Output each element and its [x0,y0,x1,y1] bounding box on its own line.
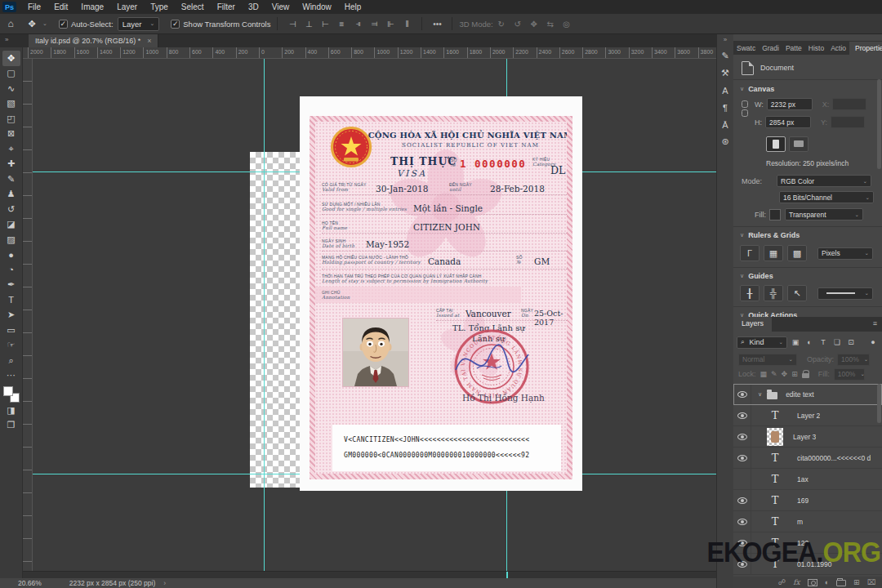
vertical-ruler[interactable] [23,59,33,571]
layer-name[interactable]: edite text [786,390,814,399]
color-swatches[interactable] [3,386,20,403]
lock-icon[interactable]: ✥ [782,370,788,378]
collapse-panels-icon[interactable]: » [724,36,727,43]
tool-button[interactable]: T [2,292,20,308]
opacity-field[interactable]: 100%⌄ [837,354,870,366]
fill-swatch[interactable] [769,209,781,220]
menu-item[interactable]: Filter [211,0,242,14]
tool-button[interactable]: ↺ [2,202,20,217]
align-icon[interactable]: ≡ [333,20,350,29]
show-transform-checkbox[interactable]: ✓ [171,20,180,29]
visa-document-layer[interactable]: CỘNG HÒA XÃ HỘI CHỦ NGHĨA VIỆT NAM SOCIA… [300,96,582,491]
tool-button[interactable]: ☞ [2,338,20,354]
lock-icon[interactable]: ⊞ [791,370,798,378]
tool-button[interactable]: ∿ [2,81,20,96]
tool-button[interactable]: ● [2,247,20,263]
fill-dropdown[interactable]: Transparent⌄ [785,208,863,220]
tool-button[interactable]: ◪ [2,217,20,233]
align-icon[interactable]: ⊣ [284,20,301,29]
delete-layer-icon[interactable]: ⌧ [867,578,875,586]
menu-item[interactable]: Select [175,0,211,14]
document-tab[interactable]: Italy id.psd @ 20.7% (RGB/16) * × [29,34,158,47]
layer-row[interactable]: ∨ T cita000000...<<<<<<0 d [733,448,882,469]
layer-row[interactable]: ∨ T 1ax [733,469,882,490]
zoom-level[interactable]: 20.66% [18,579,42,587]
panel-tab[interactable]: Actio [827,42,849,55]
menu-item[interactable]: Type [144,0,175,14]
layer-row[interactable]: ∨ T Layer 3 [733,426,882,448]
layer-name[interactable]: Layer 3 [793,433,816,441]
blend-mode-dropdown[interactable]: Normal⌄ [738,354,797,366]
menu-item[interactable]: File [21,0,47,14]
menu-item[interactable]: Layer [110,0,144,14]
panel-icon[interactable]: ⊛ [718,134,733,149]
link-layers-icon[interactable]: ☍ [778,578,786,586]
tool-button[interactable]: ✥ [2,51,20,66]
new-group-icon[interactable] [836,580,846,586]
panel-icon[interactable]: ✎ [718,48,733,64]
auto-select-checkbox[interactable]: ✓ [59,20,68,29]
tool-button[interactable]: ♟ [2,187,20,203]
tool-button[interactable]: ⌖ [2,141,20,157]
rulers-grids-button[interactable]: ▦ [764,245,783,261]
panel-tab[interactable]: Swatc [733,42,759,55]
layer-filter-icon[interactable]: ⊡ [845,338,857,346]
orientation-landscape-button[interactable] [789,136,808,152]
tool-button[interactable]: ◔ [2,262,20,278]
adjustment-layer-icon[interactable]: ◐ [825,578,829,586]
layer-name[interactable]: m [797,518,803,526]
menu-item[interactable]: Image [74,0,110,14]
close-icon[interactable]: × [147,37,151,45]
layer-filter-icon[interactable]: T [817,338,829,346]
layer-name[interactable]: 169 [797,497,808,505]
tool-button[interactable]: ▨ [2,232,20,247]
visibility-toggle[interactable] [733,405,751,426]
tool-button[interactable]: ✒ [2,278,20,293]
tool-button[interactable]: ▧ [2,96,20,112]
tool-button[interactable]: ✚ [2,157,20,172]
add-mask-icon[interactable] [808,579,817,586]
tool-button[interactable]: ◰ [2,111,20,127]
lock-icon[interactable]: ✎ [771,370,777,378]
align-icon[interactable]: ⊢ [317,20,333,29]
3d-mode-icon[interactable]: ◎ [559,20,575,29]
3d-mode-icon[interactable]: ↺ [510,20,526,29]
guides-button[interactable]: ╬ [764,285,783,301]
guides-button[interactable]: ↖ [787,285,807,301]
menu-item[interactable]: 3D [242,0,265,14]
status-arrow-icon[interactable]: › [163,579,166,587]
align-icon[interactable]: ‖ [399,20,415,29]
layer-filter-icon[interactable]: ◐ [804,338,815,346]
auto-select-target-dropdown[interactable]: Layer ⌄ [118,17,160,31]
tool-button[interactable]: ⊠ [2,127,20,142]
tool-button[interactable]: ▢ [2,66,20,82]
guide-vertical-1[interactable] [264,59,265,571]
panel-tab[interactable]: Gradi [759,42,782,55]
menu-item[interactable]: Edit [47,0,74,14]
chevron-down-icon[interactable]: ⌄ [42,20,47,27]
tool-button[interactable]: ⌕ [2,353,20,368]
layer-name[interactable]: cita000000...<<<<<<0 d [797,454,871,462]
layers-scrollbar[interactable] [877,384,881,423]
3d-mode-icon[interactable]: ↻ [493,20,510,29]
layer-row[interactable]: ∨ T 169 [733,490,882,511]
layers-menu-icon[interactable]: ≡ [868,317,882,332]
layer-filter-icon[interactable]: ▣ [790,338,801,346]
more-options-icon[interactable]: ••• [429,20,445,29]
panel-tab[interactable]: Properties [849,42,882,55]
visibility-toggle[interactable] [733,490,751,511]
rulers-grids-button[interactable]: Γ [740,245,760,261]
home-icon[interactable]: ⌂ [0,18,21,29]
horizontal-scrollbar[interactable] [23,571,716,578]
menu-item[interactable]: Window [296,0,338,14]
tool-button[interactable]: ▭ [2,323,20,338]
panel-tab[interactable]: Histo [805,42,827,55]
rulers-grids-button[interactable]: ▩ [787,245,807,261]
visibility-toggle[interactable] [733,448,751,469]
orientation-portrait-button[interactable] [766,136,786,152]
color-mode-dropdown[interactable]: RGB Color⌄ [777,175,871,187]
menu-item[interactable]: Help [338,0,368,14]
align-icon[interactable]: ⊥ [301,20,317,29]
visibility-toggle[interactable] [733,469,751,490]
layer-row[interactable]: ∨ T edite text [733,384,882,405]
